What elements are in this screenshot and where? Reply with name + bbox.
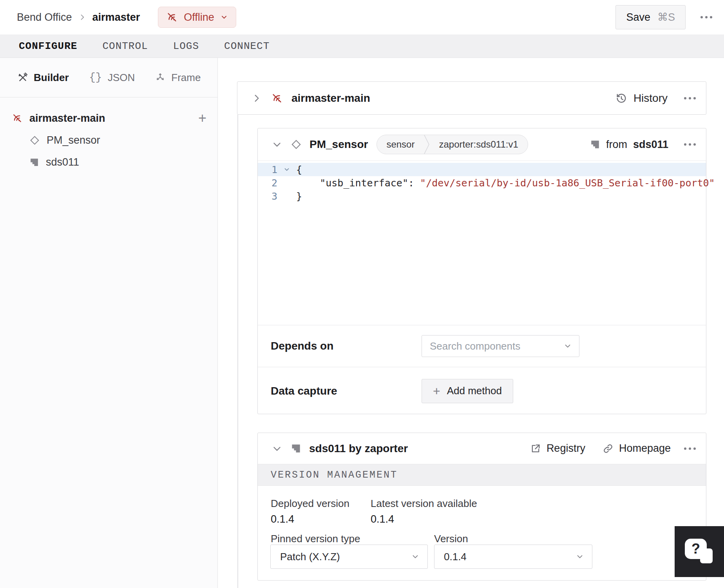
line-number: 2 [258,177,277,189]
module-icon [590,139,600,150]
chevron-down-icon[interactable] [272,444,282,454]
history-clock-icon [615,92,627,104]
from-module-link[interactable]: from sds011 [590,139,668,151]
add-method-button[interactable]: + Add method [422,379,513,403]
part-card-title: airmaster-main [291,92,370,105]
mode-json-label: JSON [108,72,135,84]
save-button-label: Save [626,11,650,23]
from-prefix: from [606,139,627,151]
depends-on-section: Depends on Search components [258,325,706,367]
code-token: "usb_interface" [296,177,408,189]
save-button[interactable]: Save ⌘S [615,5,686,29]
module-card-menu[interactable] [684,447,696,450]
tree-item-sds011[interactable]: sds011 [0,151,217,173]
chevron-down-icon [411,552,420,561]
component-card-menu[interactable] [684,143,696,146]
tab-configure[interactable]: CONFIGURE [19,40,77,52]
config-sidebar: Builder {} JSON Frame [0,58,218,588]
registry-label: Registry [547,442,585,455]
tree-item-pm-sensor[interactable]: PM_sensor [0,129,217,151]
part-card-menu[interactable] [684,97,696,99]
mode-json[interactable]: {} JSON [89,72,135,84]
homepage-label: Homepage [619,442,671,455]
machine-status-badge[interactable]: Offline [158,7,236,28]
code-token: : [408,177,420,189]
chevron-right-icon[interactable] [252,93,262,103]
badge-model: zaporter:sds011:v1 [429,139,527,150]
history-button[interactable]: History [615,92,668,105]
part-card-airmaster-main: airmaster-main History [237,81,706,115]
line-number: 1 [258,164,277,175]
part-connector-line [237,115,238,588]
question-mark-icon: ? [685,539,707,559]
resource-tree: airmaster-main + PM_sensor sds011 [0,97,217,173]
component-type-badge: sensor zaporter:sds011:v1 [376,135,528,154]
wifi-off-icon [12,113,23,124]
tree-child-label: sds011 [46,156,79,168]
tree-child-label: PM_sensor [47,134,100,146]
history-label: History [634,92,668,105]
code-line[interactable]: 3 } [258,189,706,203]
homepage-link[interactable]: Homepage [603,442,671,455]
registry-link[interactable]: Registry [530,442,585,455]
frame-axes-icon [155,72,165,83]
version-value: 0.1.4 [444,551,467,563]
depends-on-select[interactable]: Search components [422,335,579,357]
data-capture-section: Data capture + Add method [258,367,706,415]
from-module-name: sds011 [633,139,668,151]
tree-item-airmaster-main[interactable]: airmaster-main + [0,107,217,129]
pinned-version-type-value: Patch (X.Y.Z) [280,551,340,563]
code-line[interactable]: 1 { [258,163,706,176]
module-icon [29,157,39,167]
pinned-version-type-select[interactable]: Patch (X.Y.Z) [270,545,428,569]
add-resource-button[interactable]: + [198,111,206,125]
component-card-pm-sensor: PM_sensor sensor zaporter:sds011:v1 from… [257,128,706,414]
code-line[interactable]: 2 "usb_interface" : "/dev/serial/by-id/u… [258,176,706,189]
view-mode-switcher: Builder {} JSON Frame [0,58,217,97]
mode-frame-label: Frame [171,72,201,84]
latest-version-value: 0.1.4 [371,513,394,525]
link-chain-icon [603,443,614,454]
code-token: } [296,191,302,202]
mode-frame[interactable]: Frame [155,72,201,84]
header-overflow-menu[interactable] [700,16,712,18]
tab-connect[interactable]: CONNECT [224,40,270,52]
tree-part-label: airmaster-main [29,112,105,124]
depends-on-label: Depends on [271,340,333,352]
external-link-icon [530,443,541,454]
help-button[interactable]: ? [675,526,724,577]
mode-builder[interactable]: Builder [18,72,69,84]
code-token: { [296,164,302,175]
breadcrumb-location[interactable]: Bend Office [17,11,72,23]
chevron-down-icon[interactable] [272,139,282,150]
machine-tabbar: CONFIGURE CONTROL LOGS CONNECT [0,34,724,58]
version-label: Version [434,533,468,545]
latest-version-label: Latest version available [371,498,477,510]
status-badge-label: Offline [184,11,214,23]
deployed-version-label: Deployed version [271,498,349,510]
chevron-down-icon [563,342,572,350]
tab-control[interactable]: CONTROL [102,40,148,52]
chevron-down-icon [220,13,228,21]
builder-tools-icon [18,72,28,83]
breadcrumb-machine[interactable]: airmaster [92,11,140,23]
add-method-label: Add method [447,385,502,397]
attributes-code-editor[interactable]: 1 { 2 "usb_interface" : "/dev/serial/by-… [258,161,706,325]
wifi-off-icon [271,92,283,104]
config-main-panel: airmaster-main History [218,58,724,588]
plus-icon: + [433,385,440,397]
module-card-sds011: sds011 by zaporter Registry Homepage VER… [257,433,706,581]
version-select[interactable]: 0.1.4 [434,545,592,569]
version-management-header: VERSION MANAGEMENT [258,464,706,486]
diamond-icon [291,139,302,150]
mode-builder-label: Builder [34,72,69,84]
data-capture-label: Data capture [271,385,337,397]
fold-chevron-icon[interactable] [277,166,296,173]
tab-logs[interactable]: LOGS [173,40,199,52]
badge-type: sensor [377,139,424,150]
wifi-off-icon [166,11,178,23]
braces-icon: {} [89,72,102,83]
code-token-string: "/dev/serial/by-id/usb-1a86_USB_Serial-i… [420,177,715,189]
module-icon [291,443,301,454]
top-header: Bend Office airmaster Offline Save ⌘S [0,0,724,34]
